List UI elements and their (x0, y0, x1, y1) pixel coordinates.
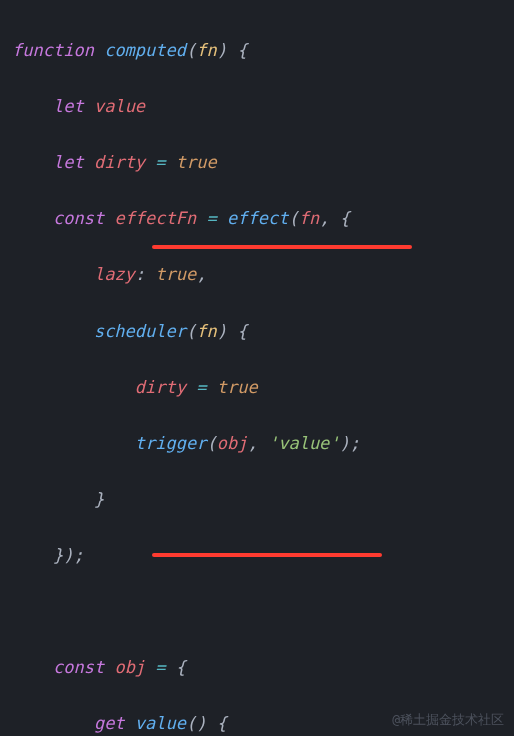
punct: ) { (217, 40, 248, 60)
keyword: let (53, 152, 84, 172)
keyword: const (53, 208, 104, 228)
keyword: const (53, 657, 104, 677)
punct: ) { (217, 321, 248, 341)
code-line: function computed(fn) { (12, 36, 514, 64)
punct: ( (288, 208, 298, 228)
punct: : (135, 264, 145, 284)
boolean: true (217, 377, 258, 397)
variable: dirty (135, 377, 186, 397)
code-block: function computed(fn) { let value let di… (0, 8, 514, 736)
code-line: let value (12, 92, 514, 120)
punct: , (196, 264, 206, 284)
boolean: true (176, 152, 217, 172)
code-line: lazy: true, (12, 260, 514, 288)
property: lazy (94, 264, 135, 284)
punct: { (176, 657, 186, 677)
code-line: } (12, 485, 514, 513)
code-line (12, 597, 514, 625)
keyword: get (94, 713, 125, 733)
watermark: @稀土掘金技术社区 (392, 709, 504, 730)
code-line: const effectFn = effect(fn, { (12, 204, 514, 232)
operator: = (155, 152, 165, 172)
code-line: dirty = true (12, 373, 514, 401)
punct: }); (53, 545, 84, 565)
punct: ( (186, 321, 196, 341)
function-name: computed (104, 40, 186, 60)
keyword: let (53, 96, 84, 116)
code-line: trigger(obj, 'value'); (12, 429, 514, 457)
keyword: function (12, 40, 94, 60)
variable: value (94, 96, 145, 116)
getter-name: value (135, 713, 186, 733)
variable: obj (217, 433, 248, 453)
boolean: true (155, 264, 196, 284)
code-line: const obj = { (12, 653, 514, 681)
punct: } (94, 489, 104, 509)
param: fn (196, 40, 216, 60)
method-name: scheduler (94, 321, 186, 341)
variable: effectFn (114, 208, 196, 228)
code-line: let dirty = true (12, 148, 514, 176)
function-call: effect (227, 208, 288, 228)
operator: = (207, 208, 217, 228)
operator: = (155, 657, 165, 677)
punct: ( (206, 433, 216, 453)
operator: = (196, 377, 206, 397)
variable: fn (299, 208, 319, 228)
punct: , { (319, 208, 350, 228)
variable: dirty (94, 152, 145, 172)
highlight-underline (152, 553, 382, 557)
punct: , (247, 433, 267, 453)
code-line: scheduler(fn) { (12, 317, 514, 345)
punct: ( (186, 40, 196, 60)
highlight-underline (152, 245, 412, 249)
function-call: trigger (135, 433, 207, 453)
param: fn (196, 321, 216, 341)
punct: () { (186, 713, 227, 733)
variable: obj (114, 657, 145, 677)
string: 'value' (268, 433, 340, 453)
punct: ); (340, 433, 360, 453)
